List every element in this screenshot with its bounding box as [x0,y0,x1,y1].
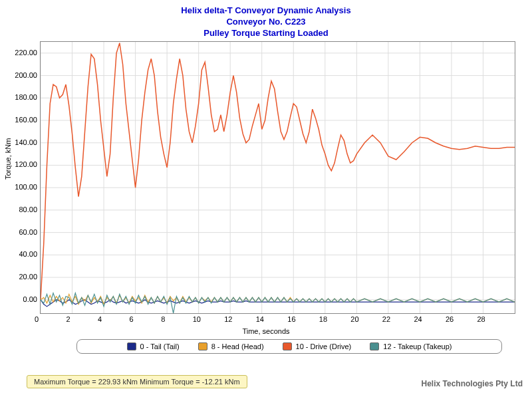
footer-brand: Helix Technologies Pty Ltd [422,379,523,388]
chart-container: Helix delta-T Conveyor Dynamic Analysis … [0,0,532,399]
legend-label: 8 - Head (Head) [211,342,264,350]
plot-svg [41,42,515,313]
y-tick: 100.00 [11,183,37,191]
x-tick: 24 [414,315,422,323]
legend-swatch-icon [370,342,379,350]
y-tick: 160.00 [11,116,37,124]
x-tick: 8 [161,315,165,323]
x-tick: 18 [319,315,327,323]
y-tick: 0.00 [11,295,37,303]
y-tick: 80.00 [11,205,37,213]
x-tick: 0 [35,315,39,323]
y-tick: 180.00 [11,93,37,101]
title-line-1: Helix delta-T Conveyor Dynamic Analysis [0,5,532,17]
x-tick: 22 [382,315,390,323]
legend-swatch-icon [283,342,292,350]
x-tick: 12 [224,315,232,323]
y-tick: 20.00 [11,273,37,281]
legend: 0 - Tail (Tail)8 - Head (Head)10 - Drive… [76,339,502,354]
x-tick: 2 [66,315,70,323]
x-tick: 14 [256,315,264,323]
legend-label: 10 - Drive (Drive) [296,342,352,350]
y-tick: 140.00 [11,138,37,146]
x-axis-label: Time, seconds [0,327,532,335]
x-tick: 20 [350,315,358,323]
x-tick: 4 [98,315,102,323]
legend-item: 0 - Tail (Tail) [127,342,180,350]
y-tick: 60.00 [11,228,37,236]
legend-label: 12 - Takeup (Takeup) [383,342,452,350]
x-tick: 28 [477,315,485,323]
legend-item: 10 - Drive (Drive) [283,342,352,350]
y-tick: 200.00 [11,71,37,79]
status-bar: Maximum Torque = 229.93 kNm Minimum Torq… [27,375,247,388]
legend-item: 8 - Head (Head) [198,342,264,350]
y-tick: 40.00 [11,250,37,258]
x-tick: 26 [446,315,454,323]
y-tick: 120.00 [11,160,37,168]
x-tick: 16 [287,315,295,323]
title-line-3: Pulley Torque Starting Loaded [0,28,532,39]
legend-swatch-icon [198,342,207,350]
chart-title: Helix delta-T Conveyor Dynamic Analysis … [0,5,532,39]
legend-swatch-icon [127,342,136,350]
plot-area [40,41,515,314]
x-tick: 10 [193,315,201,323]
x-tick: 6 [130,315,134,323]
y-tick: 220.00 [11,49,37,57]
title-line-2: Conveyor No. C223 [0,17,532,28]
legend-label: 0 - Tail (Tail) [140,342,180,350]
legend-item: 12 - Takeup (Takeup) [370,342,452,350]
